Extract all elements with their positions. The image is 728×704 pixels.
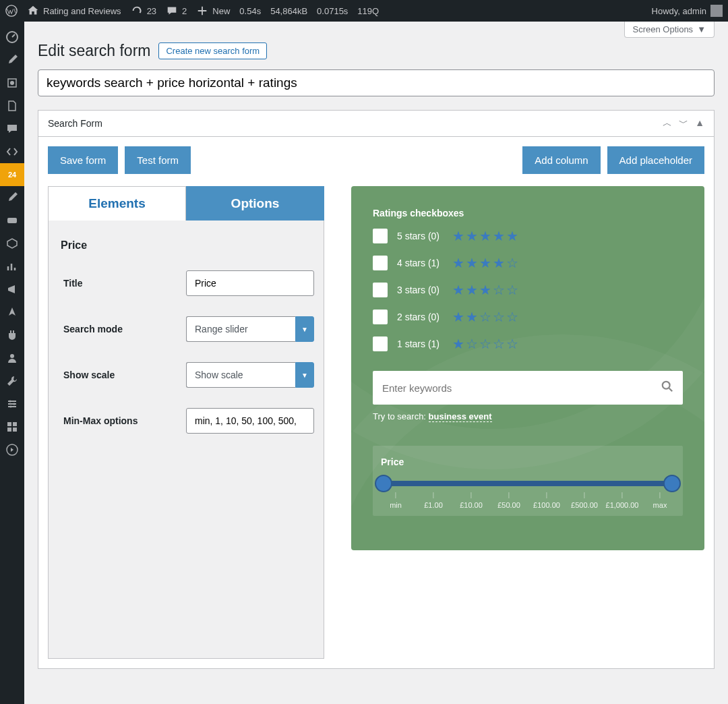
svg-point-13 (663, 382, 670, 389)
comments-link[interactable]: 2 (166, 5, 187, 17)
title-input[interactable] (186, 270, 314, 296)
star-icon: ★ (466, 255, 478, 271)
menu-comments[interactable] (0, 117, 24, 140)
chevron-down-icon[interactable]: ﹀ (679, 117, 688, 129)
test-form-button[interactable]: Test form (125, 146, 191, 174)
price-slider-title: Price (381, 457, 675, 467)
wp-logo-icon[interactable] (5, 5, 18, 17)
keyword-search-input[interactable] (382, 382, 661, 394)
svg-rect-8 (7, 422, 11, 426)
rating-label: 3 stars (0) (397, 285, 443, 295)
star-icon: ☆ (506, 309, 518, 325)
svg-rect-10 (7, 428, 11, 432)
menu-woo[interactable] (0, 209, 24, 232)
menu-plugins[interactable] (0, 324, 24, 347)
star-icon: ★ (452, 336, 464, 352)
new-link[interactable]: New (196, 5, 230, 17)
form-name-input[interactable] (38, 69, 715, 96)
menu-marketing[interactable] (0, 278, 24, 301)
svg-point-7 (10, 406, 12, 408)
add-placeholder-button[interactable]: Add placeholder (607, 146, 704, 174)
star-icon: ★ (506, 228, 518, 244)
page-title: Edit search form (38, 42, 150, 60)
slider-handle-max[interactable] (663, 475, 681, 492)
menu-collapse[interactable] (0, 438, 24, 461)
rating-label: 2 stars (0) (397, 312, 443, 322)
form-preview: Ratings checkboxes 5 stars (0)★★★★★4 sta… (351, 186, 704, 550)
screen-options-button[interactable]: Screen Options▼ (624, 22, 715, 38)
rating-row: 1 stars (1)★☆☆☆☆ (373, 336, 683, 352)
perf-time2: 0.0715s (317, 6, 348, 16)
try-search-link[interactable]: business event (429, 411, 492, 422)
slider-tick: |£10.00 (452, 492, 490, 509)
svg-point-4 (10, 354, 14, 358)
menu-dashboard[interactable] (0, 26, 24, 49)
menu-settings[interactable] (0, 392, 24, 415)
menu-posts[interactable] (0, 49, 24, 71)
search-mode-dropdown-button[interactable]: ▼ (295, 316, 314, 342)
slider-tick: |£100.00 (528, 492, 566, 509)
avatar (710, 5, 723, 17)
star-icon: ☆ (479, 309, 491, 325)
menu-grid[interactable] (0, 415, 24, 438)
menu-products[interactable] (0, 232, 24, 255)
menu-analytics[interactable] (0, 255, 24, 278)
rating-checkbox[interactable] (373, 229, 388, 243)
rating-checkbox[interactable] (373, 336, 388, 351)
rating-row: 3 stars (0)★★★☆☆ (373, 282, 683, 298)
save-form-button[interactable]: Save form (48, 146, 118, 174)
tab-elements[interactable]: Elements (48, 186, 186, 221)
field-label-search-mode: Search mode (58, 324, 186, 334)
star-icon: ★ (479, 228, 491, 244)
menu-tools[interactable] (0, 370, 24, 392)
tab-options[interactable]: Options (186, 186, 324, 221)
slider-tick: |£1.00 (415, 492, 452, 509)
field-label-show-scale: Show scale (58, 370, 186, 380)
menu-media[interactable] (0, 71, 24, 94)
search-mode-select[interactable]: Range slider (186, 316, 295, 342)
price-slider-box: Price |min|£1.00|£10.00|£50.00|£100.00|£… (373, 446, 683, 516)
menu-appearance[interactable] (0, 301, 24, 324)
menu-active[interactable]: 24 (0, 163, 24, 186)
slider-handle-min[interactable] (375, 475, 392, 492)
star-icon: ☆ (506, 282, 518, 298)
star-icon: ★ (466, 282, 478, 298)
howdy-link[interactable]: Howdy, admin (652, 5, 723, 17)
section-title: Price (58, 239, 314, 252)
create-new-form-button[interactable]: Create new search form (158, 42, 267, 59)
updates-link[interactable]: 23 (131, 5, 156, 17)
chevron-up-icon[interactable]: ︿ (663, 117, 672, 129)
show-scale-select[interactable]: Show scale (186, 362, 295, 388)
show-scale-dropdown-button[interactable]: ▼ (295, 362, 314, 388)
admin-sidemenu: 24 (0, 22, 24, 704)
minmax-input[interactable] (186, 408, 314, 434)
menu-pin[interactable] (0, 186, 24, 209)
star-icon: ☆ (506, 255, 518, 271)
star-icon: ★ (479, 255, 491, 271)
admin-bar: Rating and Reviews 23 2 New 0.54s 54,864… (0, 0, 728, 22)
search-icon[interactable] (661, 379, 673, 397)
chevron-down-icon: ▼ (697, 24, 706, 34)
star-icon: ☆ (506, 336, 518, 352)
menu-code[interactable] (0, 140, 24, 163)
rating-checkbox[interactable] (373, 310, 388, 324)
svg-point-6 (13, 403, 16, 405)
star-icon: ★ (452, 282, 464, 298)
menu-users[interactable] (0, 347, 24, 370)
try-search-hint: Try to search: business event (373, 411, 683, 421)
slider-tick: |£50.00 (490, 492, 528, 509)
panel-title: Search Form (48, 118, 102, 129)
caret-up-icon[interactable]: ▲ (695, 117, 704, 129)
price-range-slider[interactable] (384, 481, 672, 486)
rating-checkbox[interactable] (373, 256, 388, 270)
search-form-panel: Search Form ︿ ﹀ ▲ Save form Test form Ad… (38, 110, 715, 669)
rating-label: 1 stars (1) (397, 339, 443, 349)
add-column-button[interactable]: Add column (522, 146, 600, 174)
star-icon: ★ (466, 309, 478, 325)
site-link[interactable]: Rating and Reviews (27, 5, 121, 17)
slider-tick: |min (377, 492, 415, 509)
star-icon: ☆ (493, 309, 505, 325)
menu-pages[interactable] (0, 94, 24, 117)
star-icon: ★ (466, 228, 478, 244)
rating-checkbox[interactable] (373, 283, 388, 297)
